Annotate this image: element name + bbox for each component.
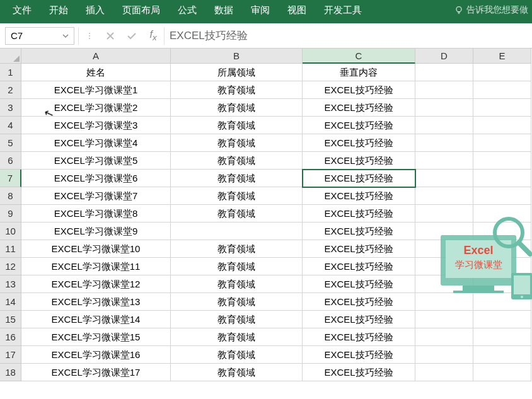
column-header[interactable]: A xyxy=(21,49,171,64)
cell[interactable]: EXCEL技巧经验 xyxy=(303,328,415,346)
cell[interactable]: EXCEL技巧经验 xyxy=(303,117,415,134)
dropdown-icon[interactable] xyxy=(62,30,69,41)
cell[interactable]: EXCEL技巧经验 xyxy=(303,311,415,328)
cell[interactable]: 教育领域 xyxy=(171,187,303,205)
cell[interactable] xyxy=(473,99,531,117)
row-header[interactable]: 8 xyxy=(0,187,21,205)
cell[interactable]: EXCEL学习微课堂8 xyxy=(21,205,171,223)
cell[interactable]: EXCEL学习微课堂10 xyxy=(21,240,171,258)
formula-input[interactable] xyxy=(165,27,532,45)
row-header[interactable]: 11 xyxy=(0,240,21,258)
row-header[interactable]: 2 xyxy=(0,81,21,99)
cell[interactable]: 教育领域 xyxy=(171,258,303,275)
cell[interactable] xyxy=(473,364,531,381)
cell[interactable] xyxy=(415,364,473,381)
cell[interactable]: EXCEL学习微课堂2 xyxy=(21,99,171,117)
cancel-button[interactable] xyxy=(100,27,121,45)
enter-button[interactable] xyxy=(121,27,142,45)
ribbon-tab[interactable]: 文件 xyxy=(4,1,40,20)
column-header[interactable]: E xyxy=(473,49,531,64)
cell[interactable] xyxy=(473,117,531,134)
cell[interactable] xyxy=(473,293,531,311)
ribbon-tab[interactable]: 数据 xyxy=(205,1,242,20)
cell[interactable]: 教育领域 xyxy=(171,170,303,187)
cell[interactable]: EXCEL学习微课堂7 xyxy=(21,187,171,205)
cell[interactable] xyxy=(473,275,531,293)
cell[interactable] xyxy=(415,152,473,170)
cell[interactable]: 教育领域 xyxy=(171,205,303,223)
cell[interactable]: EXCEL技巧经验 xyxy=(303,205,415,223)
row-header[interactable]: 4 xyxy=(0,117,21,134)
cell[interactable] xyxy=(473,152,531,170)
cell[interactable] xyxy=(473,223,531,240)
tell-me-search[interactable]: 告诉我您想要做 xyxy=(454,4,528,16)
column-header[interactable]: D xyxy=(415,49,473,64)
row-header[interactable]: 3 xyxy=(0,99,21,117)
row-header[interactable]: 18 xyxy=(0,364,21,381)
cell[interactable]: EXCEL技巧经验 xyxy=(303,223,415,240)
cell[interactable] xyxy=(473,134,531,152)
cell[interactable]: EXCEL技巧经验 xyxy=(303,81,415,99)
cell[interactable]: EXCEL学习微课堂6 xyxy=(21,170,171,187)
cell[interactable] xyxy=(415,328,473,346)
cell[interactable]: 教育领域 xyxy=(171,364,303,381)
cell[interactable]: 教育领域 xyxy=(171,81,303,99)
cell[interactable]: EXCEL学习微课堂5 xyxy=(21,152,171,170)
row-header[interactable]: 10 xyxy=(0,223,21,240)
cell[interactable] xyxy=(415,293,473,311)
select-all-corner[interactable] xyxy=(0,49,21,64)
cell[interactable]: 教育领域 xyxy=(171,240,303,258)
ribbon-tab[interactable]: 插入 xyxy=(77,1,113,20)
cell[interactable]: EXCEL技巧经验 xyxy=(303,152,415,170)
cell[interactable] xyxy=(415,346,473,364)
cell[interactable] xyxy=(473,240,531,258)
cell[interactable]: EXCEL学习微课堂17 xyxy=(21,364,171,381)
row-header[interactable]: 12 xyxy=(0,258,21,275)
cell[interactable]: EXCEL学习微课堂1 xyxy=(21,81,171,99)
cell[interactable] xyxy=(473,205,531,223)
cell[interactable]: 教育领域 xyxy=(171,311,303,328)
cell[interactable]: EXCEL学习微课堂3 xyxy=(21,117,171,134)
cell[interactable]: 所属领域 xyxy=(171,64,303,81)
cell[interactable]: EXCEL技巧经验 xyxy=(303,99,415,117)
cell[interactable]: 垂直内容 xyxy=(303,64,415,81)
cell[interactable] xyxy=(415,311,473,328)
cell[interactable] xyxy=(473,170,531,187)
cell[interactable] xyxy=(415,258,473,275)
ribbon-tab[interactable]: 开发工具 xyxy=(315,1,371,20)
cell[interactable]: EXCEL学习微课堂11 xyxy=(21,258,171,275)
cell[interactable]: EXCEL学习微课堂9 xyxy=(21,223,171,240)
row-header[interactable]: 15 xyxy=(0,311,21,328)
cell[interactable]: EXCEL学习微课堂4 xyxy=(21,134,171,152)
cell[interactable] xyxy=(415,81,473,99)
row-header[interactable]: 1 xyxy=(0,64,21,81)
cell[interactable]: 姓名 xyxy=(21,64,171,81)
cell[interactable] xyxy=(473,328,531,346)
cell[interactable]: EXCEL技巧经验 xyxy=(303,134,415,152)
spreadsheet-grid[interactable]: ABCDE 1姓名所属领域垂直内容2EXCEL学习微课堂1教育领域EXCEL技巧… xyxy=(0,49,532,399)
cell[interactable]: EXCEL学习微课堂13 xyxy=(21,293,171,311)
cell[interactable] xyxy=(415,205,473,223)
cell[interactable] xyxy=(415,117,473,134)
cell[interactable] xyxy=(473,311,531,328)
cell[interactable]: 教育领域 xyxy=(171,328,303,346)
insert-function-button[interactable]: fx xyxy=(142,27,164,45)
cell[interactable] xyxy=(415,134,473,152)
cell[interactable]: EXCEL技巧经验 xyxy=(303,258,415,275)
ribbon-tab[interactable]: 审阅 xyxy=(242,1,279,20)
cell[interactable]: EXCEL学习微课堂15 xyxy=(21,328,171,346)
cell[interactable]: EXCEL学习微课堂16 xyxy=(21,346,171,364)
cell[interactable]: 教育领域 xyxy=(171,117,303,134)
cell[interactable]: 教育领域 xyxy=(171,134,303,152)
ribbon-tab[interactable]: 开始 xyxy=(40,1,77,20)
cell[interactable] xyxy=(415,64,473,81)
cell[interactable] xyxy=(415,187,473,205)
cell[interactable]: EXCEL技巧经验 xyxy=(303,364,415,381)
cell[interactable] xyxy=(415,223,473,240)
row-header[interactable]: 16 xyxy=(0,328,21,346)
cell[interactable] xyxy=(415,275,473,293)
cell[interactable]: 教育领域 xyxy=(171,293,303,311)
cell[interactable]: EXCEL技巧经验 xyxy=(303,293,415,311)
cell[interactable] xyxy=(415,170,473,187)
row-header[interactable]: 5 xyxy=(0,134,21,152)
